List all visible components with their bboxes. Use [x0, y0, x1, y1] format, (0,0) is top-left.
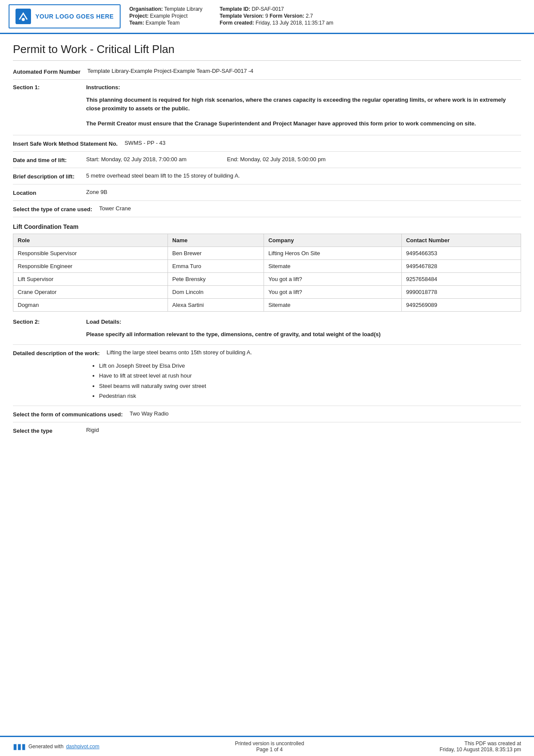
table-cell: Sitemate: [264, 298, 402, 311]
table-cell: Lift Supervisor: [13, 272, 168, 285]
table-cell: Dogman: [13, 298, 168, 311]
table-row: DogmanAlexa SartiniSitemate9492569089: [13, 298, 521, 311]
comms-label: Select the form of communications used:: [13, 410, 130, 418]
table-cell: Dom Lincoln: [168, 285, 264, 298]
load-instruction-text: Please specify all information relevant …: [86, 330, 521, 339]
dashpivot-icon: ▮▮▮: [13, 742, 26, 751]
table-row: Responsible EngineerEmma TuroSitemate949…: [13, 259, 521, 272]
rigid-label: Select the type: [13, 427, 86, 434]
template-version-field: Template Version: 9 Form Version: 2.7: [220, 13, 333, 19]
table-cell: 9495467828: [401, 259, 521, 272]
crane-type-row: Select the type of crane used: Tower Cra…: [13, 205, 521, 212]
dashpivot-link[interactable]: dashpivot.com: [66, 744, 99, 750]
header: YOUR LOGO GOES HERE Organisation: Templa…: [0, 0, 534, 34]
footer-left: ▮▮▮ Generated with dashpivot.com: [13, 740, 99, 753]
form-number-value: Template Library-Example Project-Example…: [87, 68, 521, 74]
brief-label: Brief description of lift:: [13, 172, 86, 180]
divider-6: [13, 200, 521, 201]
location-value: Zone 9B: [86, 189, 521, 195]
main-content: Permit to Work - Critical Lift Plan Auto…: [0, 34, 534, 464]
list-item: Lift on Joseph Street by Elsa Drive: [99, 361, 521, 371]
svg-point-1: [22, 18, 25, 21]
table-cell: You got a lift?: [264, 285, 402, 298]
footer: ▮▮▮ Generated with dashpivot.com Printed…: [0, 736, 534, 756]
table-cell: Crane Operator: [13, 285, 168, 298]
lift-table-body: Responsible SupervisorBen BrewerLifting …: [13, 247, 521, 311]
section1-label: Section 1:: [13, 84, 86, 91]
header-meta: Organisation: Template Library Project: …: [129, 4, 525, 28]
date-row: Date and time of lift: Start: Monday, 02…: [13, 156, 521, 163]
instruction1-box: This planning document is required for h…: [86, 96, 521, 112]
location-label: Location: [13, 189, 86, 196]
swms-row: Insert Safe Work Method Statement No. SW…: [13, 140, 521, 147]
load-instruction-box: Please specify all information relevant …: [86, 330, 521, 339]
col-role: Role: [13, 234, 168, 247]
instruction2-box: The Permit Creator must ensure that the …: [86, 119, 521, 128]
section2-header: Section 2: Load Details:: [13, 319, 521, 325]
project-field: Project: Example Project: [129, 13, 202, 19]
rigid-value: Rigid: [86, 427, 521, 433]
comms-value: Two Way Radio: [130, 410, 521, 417]
comms-row: Select the form of communications used: …: [13, 410, 521, 418]
detailed-label: Detailed description of the work:: [13, 349, 107, 356]
table-cell: 9492569089: [401, 298, 521, 311]
divider-8: [13, 344, 521, 345]
lift-coordination-table: Role Name Company Contact Number Respons…: [13, 234, 521, 312]
org-field: Organisation: Template Library: [129, 6, 202, 12]
table-row: Responsible SupervisorBen BrewerLifting …: [13, 247, 521, 259]
table-row: Crane OperatorDom LincolnYou got a lift?…: [13, 285, 521, 298]
logo-icon: [16, 9, 31, 24]
rigid-row: Select the type Rigid: [13, 427, 521, 434]
template-id-field: Template ID: DP-SAF-0017: [220, 6, 333, 12]
section2-title: Load Details:: [86, 319, 121, 325]
form-number-label: Automated Form Number: [13, 68, 87, 75]
table-cell: Responsible Supervisor: [13, 247, 168, 259]
header-col-right: Template ID: DP-SAF-0017 Template Versio…: [220, 6, 333, 26]
crane-type-label: Select the type of crane used:: [13, 205, 99, 212]
date-value: Start: Monday, 02 July 2018, 7:00:00 am …: [86, 156, 521, 162]
brief-row: Brief description of lift: 5 metre overh…: [13, 172, 521, 180]
divider-2: [13, 135, 521, 135]
footer-right: This PDF was created at Friday, 10 Augus…: [440, 740, 521, 753]
col-company: Company: [264, 234, 402, 247]
table-cell: Emma Turo: [168, 259, 264, 272]
divider-7: [13, 217, 521, 217]
table-row: Lift SupervisorPete BrenskyYou got a lif…: [13, 272, 521, 285]
table-cell: Responsible Engineer: [13, 259, 168, 272]
list-item: Have to lift at street level at rush hou…: [99, 371, 521, 381]
section1-header: Section 1: Instructions:: [13, 84, 521, 91]
col-contact: Contact Number: [401, 234, 521, 247]
instruction1-text: This planning document is required for h…: [86, 96, 521, 112]
table-cell: 9257658484: [401, 272, 521, 285]
detailed-value: Lifting the large steel beams onto 15th …: [107, 349, 521, 356]
divider-9: [13, 406, 521, 406]
section2-label: Section 2:: [13, 319, 86, 325]
table-cell: Ben Brewer: [168, 247, 264, 259]
divider-3: [13, 151, 521, 152]
form-created-field: Form created: Friday, 13 July 2018, 11:3…: [220, 20, 333, 26]
table-cell: Pete Brensky: [168, 272, 264, 285]
divider-1: [13, 79, 521, 80]
team-field: Team: Example Team: [129, 20, 202, 26]
list-item: Steel beams will naturally swing over st…: [99, 381, 521, 391]
table-cell: You got a lift?: [264, 272, 402, 285]
table-cell: 9495466353: [401, 247, 521, 259]
detailed-row: Detailed description of the work: Liftin…: [13, 349, 521, 356]
bullet-list: Lift on Joseph Street by Elsa DriveHave …: [86, 361, 521, 401]
logo-area: YOUR LOGO GOES HERE: [9, 4, 121, 28]
svg-rect-0: [16, 9, 31, 24]
page-title: Permit to Work - Critical Lift Plan: [13, 43, 521, 61]
form-number-row: Automated Form Number Template Library-E…: [13, 68, 521, 75]
header-col-left: Organisation: Template Library Project: …: [129, 6, 202, 26]
date-start: Start: Monday, 02 July 2018, 7:00:00 am: [86, 156, 186, 162]
logo-text: YOUR LOGO GOES HERE: [35, 13, 114, 20]
location-row: Location Zone 9B: [13, 189, 521, 196]
table-cell: Sitemate: [264, 259, 402, 272]
footer-right-line1: This PDF was created at: [440, 740, 521, 747]
lift-team-title: Lift Coordination Team: [13, 223, 521, 230]
date-label: Date and time of lift:: [13, 156, 86, 163]
divider-10: [13, 422, 521, 422]
brief-value: 5 metre overhead steel beam lift to the …: [86, 172, 521, 179]
table-cell: 9990018778: [401, 285, 521, 298]
footer-center-line1: Printed version is uncontrolled: [235, 740, 304, 747]
